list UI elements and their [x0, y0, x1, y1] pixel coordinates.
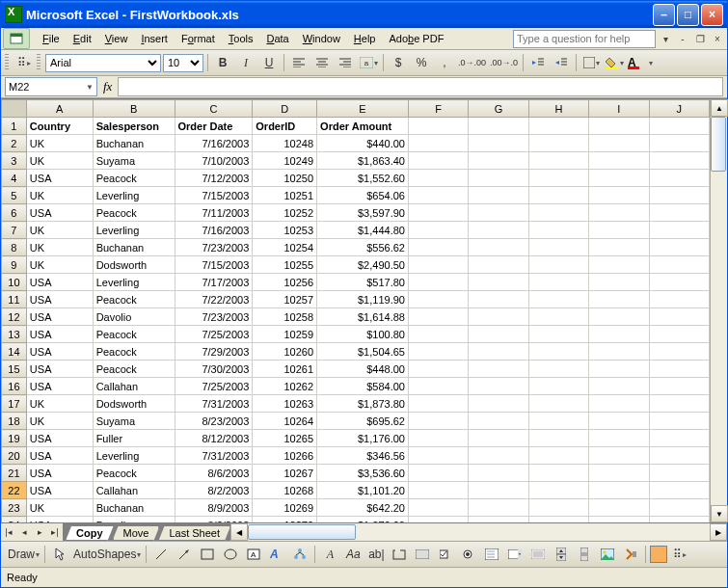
cell[interactable]: 8/2/2003	[175, 482, 253, 499]
oval-button[interactable]	[220, 544, 241, 565]
cell[interactable]	[469, 170, 528, 187]
increase-decimal-button[interactable]: .0→.00	[457, 52, 487, 73]
cell[interactable]	[528, 326, 588, 343]
cell[interactable]: Peacock	[93, 204, 175, 222]
row-header-10[interactable]: 10	[2, 274, 27, 291]
cell[interactable]	[528, 378, 588, 395]
cell[interactable]: 10255	[253, 256, 317, 274]
cell[interactable]	[649, 274, 709, 291]
cell[interactable]	[528, 274, 588, 291]
cell[interactable]	[649, 204, 709, 222]
cell[interactable]: $3,536.60	[317, 465, 409, 482]
toolbar-grip[interactable]	[37, 54, 40, 71]
column-header-E[interactable]: E	[317, 100, 409, 118]
cell[interactable]: UK	[26, 413, 93, 430]
column-header-B[interactable]: B	[93, 100, 175, 118]
cell[interactable]	[589, 204, 649, 222]
cell[interactable]	[408, 482, 468, 499]
row-header-9[interactable]: 9	[2, 256, 27, 274]
cell[interactable]	[469, 361, 528, 378]
color-swatch[interactable]	[650, 546, 667, 563]
underline-button[interactable]: U	[258, 52, 280, 73]
draw-menu-button[interactable]: Draw▾	[7, 544, 40, 565]
cell[interactable]	[528, 413, 588, 430]
cell[interactable]: 10253	[253, 222, 317, 239]
cell[interactable]	[649, 430, 709, 447]
cell[interactable]: 10261	[253, 361, 317, 378]
cell[interactable]	[408, 187, 468, 204]
cell[interactable]	[649, 118, 709, 135]
cell[interactable]: Peacock	[93, 343, 175, 361]
cell[interactable]: 7/16/2003	[175, 222, 253, 239]
menu-tools[interactable]: Tools	[222, 31, 260, 46]
cell[interactable]: UK	[26, 239, 93, 256]
sheet-tab-copy[interactable]: Copy	[66, 526, 114, 541]
cell[interactable]: USA	[26, 170, 93, 187]
row-header-20[interactable]: 20	[2, 447, 27, 465]
vertical-scrollbar[interactable]: ▲ ▼	[710, 99, 727, 522]
cell[interactable]: 7/17/2003	[175, 274, 253, 291]
cell[interactable]	[528, 343, 588, 361]
cell[interactable]	[469, 239, 528, 256]
cell[interactable]: 10257	[253, 291, 317, 308]
cell[interactable]: Fuller	[93, 430, 175, 447]
cell[interactable]: UK	[26, 152, 93, 170]
scroll-up-button[interactable]: ▲	[711, 99, 728, 117]
row-header-14[interactable]: 14	[2, 343, 27, 361]
cell[interactable]	[649, 361, 709, 378]
cell[interactable]	[589, 170, 649, 187]
cell[interactable]: Callahan	[93, 378, 175, 395]
comma-button[interactable]: ,	[434, 52, 455, 73]
cell[interactable]: Davolio	[93, 517, 175, 523]
toolbar-grip[interactable]	[5, 54, 9, 71]
cell[interactable]	[408, 308, 468, 326]
cell[interactable]: $440.00	[317, 135, 409, 152]
cell[interactable]: 10254	[253, 239, 317, 256]
cell[interactable]: USA	[26, 378, 93, 395]
cell[interactable]	[589, 326, 649, 343]
formula-bar[interactable]	[118, 77, 723, 96]
cell[interactable]	[408, 395, 468, 413]
doc-restore-button[interactable]: ❐	[692, 32, 708, 45]
cell[interactable]	[589, 343, 649, 361]
cell[interactable]	[469, 465, 528, 482]
cell[interactable]: $695.62	[317, 413, 409, 430]
cell[interactable]	[589, 395, 649, 413]
cell[interactable]: USA	[26, 274, 93, 291]
help-search-input[interactable]	[513, 30, 656, 48]
menu-window[interactable]: Window	[296, 31, 347, 46]
group-box-button[interactable]	[389, 544, 410, 565]
minimize-button[interactable]: –	[653, 4, 675, 26]
cell[interactable]	[408, 135, 468, 152]
increase-indent-button[interactable]	[551, 52, 572, 73]
cell[interactable]: Peacock	[93, 361, 175, 378]
cell[interactable]	[469, 517, 528, 523]
cell[interactable]	[469, 395, 528, 413]
cell[interactable]	[649, 499, 709, 517]
font-size-combo[interactable]: 10	[163, 54, 203, 72]
cell[interactable]	[589, 430, 649, 447]
row-header-22[interactable]: 22	[2, 482, 27, 499]
label-button[interactable]: Aa	[342, 544, 364, 565]
row-header-8[interactable]: 8	[2, 239, 27, 256]
cell[interactable]: Order Amount	[317, 118, 409, 135]
scroll-left-button[interactable]: ◀	[230, 523, 248, 541]
borders-button[interactable]: ▾	[580, 52, 602, 73]
menu-help[interactable]: Help	[347, 31, 383, 46]
cell[interactable]: 7/23/2003	[175, 308, 253, 326]
cell[interactable]	[408, 170, 468, 187]
cell[interactable]: Davolio	[93, 308, 175, 326]
cell[interactable]	[589, 274, 649, 291]
cell[interactable]	[589, 447, 649, 465]
decrease-indent-button[interactable]	[527, 52, 549, 73]
cell[interactable]	[528, 291, 588, 308]
row-header-15[interactable]: 15	[2, 361, 27, 378]
column-header-J[interactable]: J	[649, 100, 709, 118]
cell[interactable]	[649, 291, 709, 308]
column-header-F[interactable]: F	[408, 100, 468, 118]
cell[interactable]	[469, 187, 528, 204]
cell[interactable]: 8/2/2003	[175, 517, 253, 523]
row-header-7[interactable]: 7	[2, 222, 27, 239]
cell[interactable]: 10265	[253, 430, 317, 447]
cell[interactable]: 7/29/2003	[175, 343, 253, 361]
